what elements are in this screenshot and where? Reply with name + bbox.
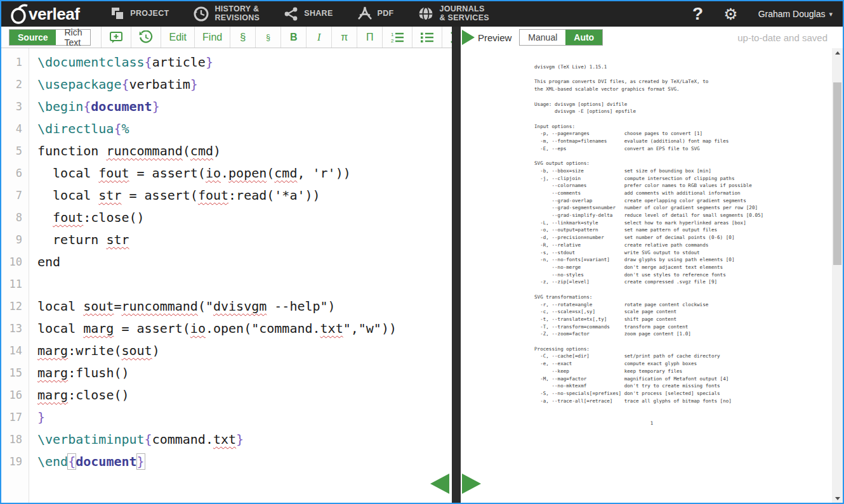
nav-share-label: SHARE [304, 10, 333, 18]
nav-project[interactable]: PROJECT [110, 6, 169, 22]
code-line[interactable] [37, 273, 452, 295]
editor-buttons: Edit Find § § B I π Π 1 2 [101, 27, 497, 48]
scroll-down-icon [835, 497, 840, 500]
line-number: 8 [1, 207, 29, 229]
source-tab[interactable]: Source [10, 30, 56, 45]
editor-code[interactable]: \documentclass{article}\usepackage{verba… [29, 48, 452, 503]
share-nodes-icon [284, 6, 299, 22]
settings-button[interactable]: ⚙ [723, 5, 737, 23]
line-number: 3 [1, 96, 29, 118]
nav-menu: PROJECT HISTORY &REVISIONS [110, 5, 489, 23]
project-copy-icon [110, 6, 125, 22]
nav-history-revisions[interactable]: HISTORY &REVISIONS [193, 5, 260, 23]
gear-icon: ⚙ [723, 5, 737, 23]
compile-mode-switch: Manual Auto [519, 29, 603, 46]
code-line[interactable]: return str [37, 229, 452, 251]
line-number: 15 [1, 362, 29, 384]
auto-compile-button[interactable]: Auto [565, 30, 602, 45]
line-number: 2 [1, 74, 29, 96]
globe-icon [418, 6, 434, 22]
add-comment-button[interactable] [101, 27, 131, 48]
line-number: 5 [1, 140, 29, 162]
scroll-up-icon [835, 51, 840, 55]
pdf-preview: dvisvgm (TeX Live) 1.15.1 This program c… [461, 48, 843, 503]
code-line[interactable]: \usepackage{verbatim} [37, 74, 452, 96]
editor-toolbar: Source Rich Text [1, 27, 452, 48]
expand-preview-arrow-bottom[interactable] [462, 474, 481, 494]
line-number: 6 [1, 162, 29, 184]
caret-down-icon: ▾ [829, 10, 833, 18]
expand-preview-arrow[interactable] [462, 30, 475, 45]
nav-journals-label: JOURNALS [439, 5, 489, 14]
line-number: 17 [1, 406, 29, 429]
line-number: 1 [1, 51, 29, 74]
history-button[interactable] [131, 27, 161, 48]
code-line[interactable]: \verbatiminput{command.txt} [37, 429, 452, 451]
nav-share[interactable]: SHARE [284, 6, 333, 22]
code-line[interactable]: } [37, 406, 452, 429]
unordered-list-icon [420, 31, 434, 44]
nav-pdf[interactable]: PDF [357, 6, 394, 22]
overleaf-logo[interactable]: verleaf [10, 4, 79, 24]
inline-math-button[interactable]: π [331, 27, 357, 48]
overleaf-leaf-icon [10, 4, 28, 24]
preview-scrollbar[interactable] [832, 48, 843, 503]
code-line[interactable]: \end{document} [37, 451, 452, 473]
nav-pdf-label: PDF [378, 10, 394, 18]
code-line[interactable]: local marg = assert(io.open("command.txt… [37, 318, 452, 340]
code-line[interactable]: \begin{document} [37, 96, 452, 118]
collapse-editor-arrow-bottom[interactable] [430, 474, 449, 494]
find-button[interactable]: Find [194, 27, 230, 48]
line-number: 14 [1, 340, 29, 362]
line-number: 11 [1, 273, 29, 295]
comment-plus-icon [109, 31, 123, 44]
line-number: 19 [1, 451, 29, 473]
history-clock-icon [193, 6, 209, 22]
nav-project-label: PROJECT [130, 10, 169, 18]
numbered-list-button[interactable]: 1 2 [382, 27, 412, 48]
line-number: 16 [1, 384, 29, 406]
bold-button[interactable]: B [280, 27, 306, 48]
preview-label: Preview [478, 32, 511, 43]
code-line[interactable]: \directlua{% [37, 118, 452, 140]
italic-button[interactable]: I [306, 27, 331, 48]
line-number: 9 [1, 229, 29, 251]
nav-right: ? ⚙ Graham Douglas ▾ [692, 4, 833, 24]
code-line[interactable]: marg:close() [37, 384, 452, 406]
edit-menu-button[interactable]: Edit [161, 27, 194, 48]
code-line[interactable]: local fout = assert(io.popen(cmd, 'r')) [37, 162, 452, 184]
ordered-list-icon: 1 2 [390, 31, 404, 44]
nav-journals-services[interactable]: JOURNALS& SERVICES [418, 5, 489, 23]
rich-text-tab[interactable]: Rich Text [56, 30, 90, 45]
overleaf-logo-text: verleaf [29, 4, 79, 24]
subsection-button[interactable]: § [255, 27, 280, 48]
code-line[interactable]: end [37, 251, 452, 273]
source-editor[interactable]: 12345678910111213141516171819 \documentc… [1, 48, 452, 503]
pane-divider[interactable] [452, 27, 461, 503]
editor-gutter: 12345678910111213141516171819 [1, 48, 29, 503]
scroll-down-button[interactable] [832, 494, 843, 503]
code-line[interactable]: local sout=runcommand("dvisvgm --help") [37, 295, 452, 318]
user-name: Graham Douglas [758, 9, 826, 19]
nav-history-label: HISTORY & [214, 5, 260, 14]
code-line[interactable]: fout:close() [37, 207, 452, 229]
code-line[interactable]: function runcommand(cmd) [37, 140, 452, 162]
scrollbar-thumb[interactable] [833, 82, 841, 265]
code-line[interactable]: marg:flush() [37, 362, 452, 384]
help-button[interactable]: ? [692, 4, 703, 24]
user-menu[interactable]: Graham Douglas ▾ [758, 9, 833, 19]
line-number: 12 [1, 295, 29, 318]
scroll-up-button[interactable] [832, 48, 843, 57]
code-line[interactable]: marg:write(sout) [37, 340, 452, 362]
manual-compile-button[interactable]: Manual [520, 30, 565, 45]
display-math-button[interactable]: Π [357, 27, 382, 48]
code-line[interactable]: local str = assert(fout:read('*a')) [37, 184, 452, 207]
svg-text:1: 1 [391, 32, 394, 37]
bullet-list-button[interactable] [412, 27, 442, 48]
preview-toolbar: Preview Manual Auto up-to-date and saved [461, 27, 843, 48]
code-line[interactable]: \documentclass{article} [37, 51, 452, 74]
section-button[interactable]: § [230, 27, 255, 48]
svg-text:2: 2 [391, 38, 394, 44]
line-number: 7 [1, 184, 29, 207]
pdf-reader-icon [357, 6, 373, 22]
